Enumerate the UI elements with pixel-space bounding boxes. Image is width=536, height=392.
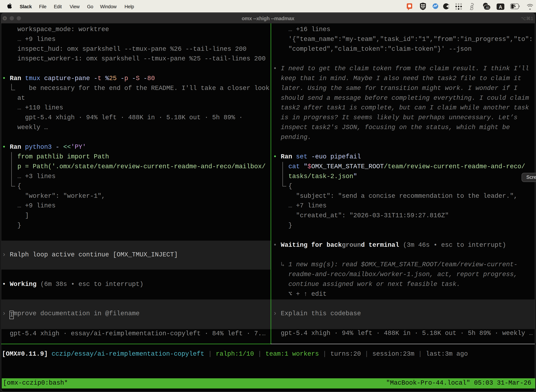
svg-text:..61: ..61 xyxy=(485,6,490,9)
svg-text:A: A xyxy=(499,5,502,10)
